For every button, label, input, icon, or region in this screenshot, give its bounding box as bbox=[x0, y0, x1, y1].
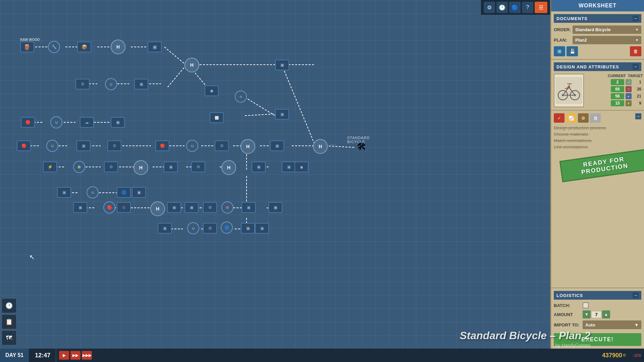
end-product[interactable]: 🛠 bbox=[353, 139, 370, 154]
doc-actions: ⊞ 💾 🗑 bbox=[554, 46, 641, 56]
hub-r4-1[interactable]: H bbox=[240, 139, 255, 154]
task-item-2: Choose materials. bbox=[554, 132, 641, 137]
task-tab-delete[interactable]: 🗑 bbox=[590, 113, 601, 123]
batch-checkbox[interactable] bbox=[583, 302, 589, 308]
node-r8-4[interactable]: 🌀 bbox=[221, 222, 233, 234]
node-r8-1[interactable]: ▣ bbox=[158, 223, 172, 234]
clipboard-icon-btn[interactable]: 📋 bbox=[2, 314, 16, 329]
raw-wood-label: RAW WOOD bbox=[20, 38, 40, 42]
tasks-collapse-btn[interactable]: − bbox=[635, 113, 641, 119]
hub-r7-1[interactable]: H bbox=[150, 201, 165, 216]
settings-btn[interactable]: ⚙ bbox=[484, 2, 495, 13]
hub-r5-1[interactable]: H bbox=[133, 160, 148, 175]
node-r7-9[interactable]: ▣ bbox=[268, 202, 282, 213]
logistics-collapse-btn[interactable]: − bbox=[633, 292, 639, 298]
amount-increase-btn[interactable]: ▲ bbox=[602, 310, 610, 318]
node-r7-3[interactable]: ⊙ bbox=[117, 202, 131, 213]
node-r5-4[interactable]: ▣ bbox=[164, 162, 178, 172]
hub-main-1[interactable]: H bbox=[184, 58, 199, 72]
skip-btn[interactable]: ▶▶▶ bbox=[82, 351, 92, 360]
node-r6-1[interactable]: ▣ bbox=[57, 187, 71, 198]
node-r4-8[interactable]: ▣ bbox=[270, 140, 284, 151]
node-r4-5[interactable]: 🔴 bbox=[155, 140, 169, 151]
import-dropdown[interactable]: Auto ▼ bbox=[583, 320, 641, 329]
stat-target-1: 1 bbox=[633, 80, 641, 84]
node-r4-6[interactable]: ∪ bbox=[186, 140, 198, 152]
amount-decrease-btn[interactable]: ▼ bbox=[583, 310, 591, 318]
task-tab-settings[interactable]: ⚙ bbox=[578, 113, 589, 123]
node-r5-7[interactable]: ▣ bbox=[282, 162, 296, 172]
svg-line-8 bbox=[168, 67, 184, 87]
node-r1-1[interactable]: 🪵 bbox=[20, 42, 34, 52]
clock-icon-btn[interactable]: 🕐 bbox=[2, 298, 16, 313]
node-r7-7[interactable]: ⊕ bbox=[221, 201, 233, 214]
node-r1-4[interactable]: ▣ bbox=[148, 42, 162, 52]
current-col-label: CURRENT bbox=[608, 74, 621, 78]
node-r7-4[interactable]: ▣ bbox=[167, 202, 181, 213]
workflow-canvas[interactable]: RAW WOOD STANDARD BICYCLE 🪵 🔧 📦 H ▣ H ▣ … bbox=[0, 0, 382, 362]
node-r1-2[interactable]: 🔧 bbox=[48, 41, 60, 53]
node-r3-2[interactable]: ∪ bbox=[50, 116, 62, 128]
stat-target-2: 26 bbox=[633, 87, 641, 92]
node-r6-2[interactable]: ∪ bbox=[87, 186, 99, 198]
help-btn[interactable]: ? bbox=[522, 2, 533, 13]
node-r7-8[interactable]: ▣ bbox=[241, 202, 256, 213]
node-r5-8[interactable]: ◼ bbox=[294, 162, 309, 172]
worksheet-header: WORKSHEET bbox=[551, 0, 644, 11]
node-r1-hub[interactable]: H bbox=[111, 40, 125, 54]
map-btn[interactable]: 🔵 bbox=[509, 2, 521, 13]
node-r1-3[interactable]: 📦 bbox=[77, 42, 91, 52]
task-tab-checklist[interactable]: ✓ bbox=[554, 113, 565, 123]
node-r4-4[interactable]: ⚙ bbox=[107, 140, 121, 151]
node-r5-1[interactable]: ⚡ bbox=[43, 162, 57, 172]
node-r7-1[interactable]: ▣ bbox=[73, 202, 87, 213]
menu-btn[interactable]: ☰ bbox=[535, 2, 547, 13]
node-r4-1[interactable]: 🔴 bbox=[17, 140, 31, 151]
node-r5-3[interactable]: ⚙ bbox=[104, 162, 118, 172]
node-r2-3[interactable]: ▣ bbox=[134, 79, 148, 89]
node-r2-6[interactable]: ▣ bbox=[275, 109, 289, 120]
blueprint-icon-btn[interactable]: 🗺 bbox=[2, 330, 16, 345]
doc-delete-btn[interactable]: 🗑 bbox=[630, 46, 641, 56]
plan-dropdown[interactable]: Plan2 ▼ bbox=[573, 36, 641, 44]
node-r7-5[interactable]: ▣ bbox=[184, 202, 199, 213]
hub-r4-2[interactable]: H bbox=[313, 139, 328, 154]
clock-btn[interactable]: 🕐 bbox=[496, 2, 508, 13]
svg-line-49 bbox=[245, 114, 275, 116]
design-collapse-btn[interactable]: − bbox=[633, 64, 639, 70]
task-tabs: ✓ 📈 ⚙ 🗑 − bbox=[554, 113, 641, 123]
node-r3-4[interactable]: ▣ bbox=[111, 117, 125, 128]
node-r2-4[interactable]: ⬟ bbox=[205, 85, 219, 96]
node-r4-dots: - - - bbox=[330, 142, 336, 146]
node-r7-2[interactable]: 🔴 bbox=[103, 201, 115, 214]
node-r4-3[interactable]: ▣ bbox=[76, 140, 91, 151]
node-r2-7[interactable]: ⬜ bbox=[210, 112, 224, 123]
play-btn[interactable]: ▶ bbox=[59, 351, 69, 360]
hub-r5-2[interactable]: H bbox=[221, 160, 236, 175]
node-r5-5[interactable]: ⚙ bbox=[191, 162, 205, 172]
node-r2-2[interactable]: ∪ bbox=[105, 78, 117, 90]
documents-collapse-btn[interactable]: − bbox=[633, 15, 639, 21]
node-r8-3[interactable]: ⚙ bbox=[203, 223, 217, 234]
order-dropdown[interactable]: Standard Bicycle ▼ bbox=[573, 25, 641, 34]
node-r3-1[interactable]: 🔴 bbox=[21, 117, 35, 128]
doc-save-btn[interactable]: 💾 bbox=[567, 46, 578, 56]
node-r4-7[interactable]: ⚙ bbox=[215, 140, 229, 151]
node-r7-6[interactable]: ⚙ bbox=[203, 202, 217, 213]
node-r6-4[interactable]: ▣ bbox=[132, 187, 146, 198]
node-r3-3[interactable]: ☁ bbox=[80, 117, 94, 128]
node-r2-1[interactable]: ⚙ bbox=[75, 79, 90, 89]
svg-line-23 bbox=[325, 146, 356, 147]
node-r6-3[interactable]: 🌀 bbox=[117, 187, 131, 198]
node-r5-2[interactable]: ⊕ bbox=[73, 161, 85, 173]
node-r5-6[interactable]: ▣ bbox=[252, 162, 266, 172]
doc-copy-btn[interactable]: ⊞ bbox=[554, 46, 565, 56]
node-r2-5[interactable]: ⊙ bbox=[235, 90, 247, 103]
fast-forward-btn[interactable]: ▶▶ bbox=[70, 351, 80, 360]
node-hub-right[interactable]: ▣ bbox=[275, 60, 289, 70]
node-r8-5[interactable]: ▣ bbox=[241, 223, 255, 234]
node-r4-2[interactable]: ∪ bbox=[46, 140, 58, 152]
node-r8-2[interactable]: ∪ bbox=[187, 222, 199, 234]
node-r8-6[interactable]: ▣ bbox=[255, 223, 269, 234]
task-tab-chart[interactable]: 📈 bbox=[566, 113, 577, 123]
